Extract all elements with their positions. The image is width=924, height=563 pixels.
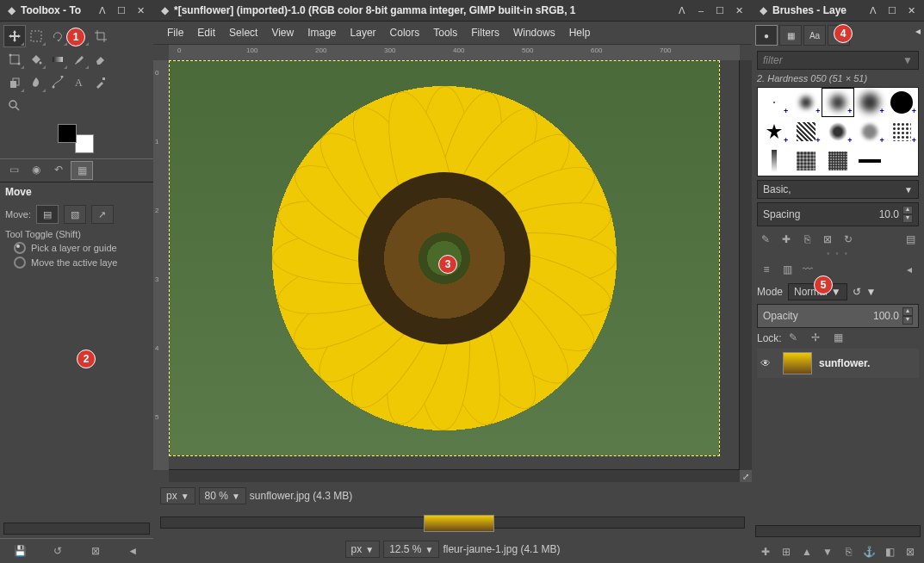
minimize-button[interactable]: ᐱ <box>674 3 690 17</box>
brush-item[interactable] <box>854 146 886 176</box>
maximize-button[interactable]: ☐ <box>712 3 728 17</box>
move-tool[interactable] <box>3 25 26 47</box>
paintbrush-tool[interactable] <box>68 48 90 71</box>
spacing-stepper[interactable]: ▴▾ <box>902 206 913 223</box>
tab-patterns[interactable]: ▦ <box>779 25 802 46</box>
ruler-horizontal[interactable]: 0 100 200 300 400 500 600 700 <box>169 45 740 61</box>
brush-item[interactable]: + <box>758 88 790 117</box>
duplicate-brush-icon[interactable]: ⎘ <box>798 232 815 247</box>
brush-item[interactable]: + <box>886 88 918 117</box>
brush-item-selected[interactable]: + <box>822 88 853 117</box>
tab-paths[interactable]: 〰 <box>798 261 817 278</box>
zoom-select[interactable]: 80 %▼ <box>199 487 246 504</box>
lock-alpha-icon[interactable]: ▦ <box>834 331 849 345</box>
brush-filter-input[interactable]: filter ▼ <box>757 51 919 70</box>
left-scrollbar[interactable] <box>3 523 150 535</box>
menu-colors[interactable]: Colors <box>385 25 425 40</box>
brush-item[interactable]: + <box>854 88 886 117</box>
mode-reset-icon[interactable]: ↺ <box>853 286 861 298</box>
delete-preset-icon[interactable]: ⊠ <box>86 542 105 560</box>
close-button[interactable]: ✕ <box>133 3 148 17</box>
smudge-tool[interactable] <box>25 71 47 94</box>
move-layer-button[interactable]: ▤ <box>36 205 59 224</box>
brush-item[interactable] <box>758 146 790 176</box>
menu-select[interactable]: Select <box>224 25 263 40</box>
navigation-slider[interactable] <box>160 517 745 529</box>
menu-edit[interactable]: Edit <box>192 25 220 40</box>
brush-item[interactable] <box>790 146 822 176</box>
lock-pixels-icon[interactable]: ✎ <box>789 331 804 345</box>
menu-image[interactable]: Image <box>302 25 341 40</box>
spacing-slider[interactable]: Spacing 10.0 ▴▾ <box>757 202 919 226</box>
brush-item[interactable]: + <box>790 117 822 146</box>
color-picker-tool[interactable] <box>90 71 112 94</box>
lock-position-icon[interactable]: ✢ <box>811 331 827 345</box>
collapse-button[interactable]: ᐱ <box>95 3 110 17</box>
tab-tool-options[interactable]: ▭ <box>3 161 24 178</box>
navigation-thumb[interactable] <box>424 515 494 532</box>
restore-preset-icon[interactable]: ↺ <box>48 542 67 560</box>
unit-select-2[interactable]: px▼ <box>345 541 381 558</box>
tab-channels[interactable]: ▥ <box>778 261 797 278</box>
new-layer-icon[interactable]: ✚ <box>757 544 774 560</box>
opacity-slider[interactable]: Opacity 100.0 ▴▾ <box>757 304 919 328</box>
crop-tool[interactable] <box>90 25 112 47</box>
text-tool[interactable]: A <box>68 71 90 94</box>
bucket-fill-tool[interactable] <box>25 48 47 71</box>
tab-images[interactable]: ▦ <box>71 161 93 180</box>
zoom-tool[interactable] <box>3 95 26 117</box>
menu-layer[interactable]: Layer <box>345 25 381 40</box>
maximize-button[interactable]: ☐ <box>114 3 129 17</box>
eraser-tool[interactable] <box>90 48 112 71</box>
unit-select[interactable]: px▼ <box>160 487 195 504</box>
layer-item[interactable]: 👁 sunflower. <box>757 349 919 378</box>
layer-thumbnail[interactable] <box>783 352 812 374</box>
navigation-icon[interactable]: ⤢ <box>740 470 752 482</box>
lower-layer-icon[interactable]: ▼ <box>819 544 836 560</box>
tab-undo-history[interactable]: ↶ <box>48 161 69 178</box>
refresh-brushes-icon[interactable]: ↻ <box>840 232 857 247</box>
horizontal-scrollbar[interactable] <box>169 469 740 482</box>
brush-item[interactable] <box>822 146 853 176</box>
layer-name[interactable]: sunflower. <box>819 357 870 369</box>
close-button[interactable]: ✕ <box>731 3 747 17</box>
menu-view[interactable]: View <box>266 25 299 40</box>
close-button[interactable]: ✕ <box>903 3 919 17</box>
maximize-button[interactable]: ☐ <box>884 3 900 17</box>
tab-menu-icon[interactable]: ◂ <box>915 25 921 46</box>
zoom-select-2[interactable]: 12.5 %▼ <box>383 541 439 558</box>
mask-layer-icon[interactable]: ◧ <box>881 544 898 560</box>
tab-device-status[interactable]: ◉ <box>26 161 47 178</box>
brush-item[interactable]: + <box>854 117 886 146</box>
brush-item[interactable]: + <box>886 117 918 146</box>
gradient-tool[interactable] <box>47 48 69 71</box>
save-preset-icon[interactable]: 💾 <box>11 542 30 560</box>
menu-windows[interactable]: Windows <box>508 25 561 40</box>
merge-layer-icon[interactable]: ⚓ <box>860 544 877 560</box>
vertical-scrollbar[interactable] <box>739 60 752 470</box>
new-brush-icon[interactable]: ✚ <box>778 232 795 247</box>
tab-menu-icon[interactable]: ◂ <box>900 261 919 278</box>
open-as-image-icon[interactable]: ▤ <box>902 232 919 247</box>
brush-item[interactable]: + <box>790 88 822 117</box>
brush-item[interactable]: + <box>758 117 790 146</box>
reset-tool-icon[interactable]: ◄ <box>123 542 142 560</box>
move-selection-button[interactable]: ▧ <box>64 205 86 224</box>
clone-tool[interactable] <box>3 71 26 94</box>
menu-help[interactable]: Help <box>564 25 596 40</box>
rect-select-tool[interactable] <box>25 25 47 47</box>
menu-tools[interactable]: Tools <box>428 25 462 40</box>
ruler-vertical[interactable]: 0 1 2 3 4 5 <box>153 60 170 470</box>
brush-item[interactable]: + <box>822 117 853 146</box>
menu-file[interactable]: File <box>162 25 189 40</box>
new-group-icon[interactable]: ⊞ <box>778 544 795 560</box>
visibility-icon[interactable]: 👁 <box>760 357 776 369</box>
collapse-button[interactable]: ᐱ <box>865 3 881 17</box>
radio-move-active[interactable] <box>14 257 26 269</box>
brush-preset-select[interactable]: Basic,▼ <box>757 180 919 199</box>
tab-fonts[interactable]: Aa <box>803 25 826 46</box>
path-tool[interactable] <box>47 71 69 94</box>
move-path-button[interactable]: ↗ <box>91 205 114 224</box>
right-scrollbar[interactable] <box>755 525 921 537</box>
opacity-stepper[interactable]: ▴▾ <box>902 307 913 325</box>
